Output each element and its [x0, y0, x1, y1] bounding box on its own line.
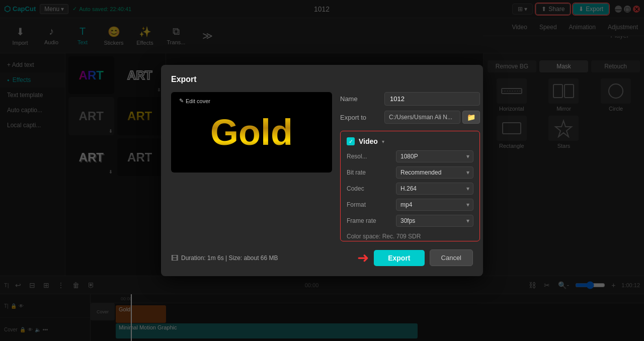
- export-to-label: Export to: [340, 114, 380, 121]
- resolution-select[interactable]: 1080P 720P 4K: [396, 150, 473, 162]
- resolution-select-wrap: 1080P 720P 4K: [396, 150, 473, 162]
- video-section-header: ✓ Video ▾: [347, 137, 473, 145]
- framerate-select-wrap: 30fps 24fps 60fps: [396, 215, 473, 227]
- codec-label: Codec: [347, 185, 392, 192]
- export-modal: Export ✎ Edit cover Gold Name Export to: [161, 65, 483, 276]
- browse-folder-button[interactable]: 📁: [462, 111, 480, 124]
- export-form: Name Export to C:/Users/Usman Ali N... 📁…: [340, 92, 480, 241]
- modal-top: ✎ Edit cover Gold Name Export to C:/User…: [171, 92, 473, 241]
- settings-panel: ✓ Video ▾ Resol... 1080P 720P 4K: [340, 131, 480, 241]
- bitrate-select[interactable]: Recommended Low High: [396, 166, 473, 179]
- preview-box: ✎ Edit cover Gold: [171, 92, 332, 173]
- resolution-row: Resol... 1080P 720P 4K: [347, 150, 473, 162]
- path-selector: C:/Users/Usman Ali N... 📁: [384, 111, 480, 124]
- bitrate-select-wrap: Recommended Low High: [396, 166, 473, 179]
- modal-bottom: 🎞 Duration: 1m 6s | Size: about 66 MB ➜ …: [171, 249, 473, 266]
- bitrate-label: Bit rate: [347, 169, 392, 176]
- modal-overlay: Export ✎ Edit cover Gold Name Export to: [0, 0, 644, 341]
- film-icon: 🎞: [171, 254, 178, 262]
- name-row: Name: [340, 92, 480, 106]
- name-input[interactable]: [384, 92, 480, 106]
- modal-title: Export: [171, 75, 473, 84]
- video-section-arrow: ▾: [382, 139, 384, 144]
- framerate-row: Frame rate 30fps 24fps 60fps: [347, 215, 473, 227]
- format-label: Format: [347, 201, 392, 208]
- colorspace-row: Color space: Rec. 709 SDR: [347, 231, 473, 241]
- duration-info: 🎞 Duration: 1m 6s | Size: about 66 MB: [171, 254, 278, 262]
- format-row: Format mp4 mov webm: [347, 199, 473, 211]
- colorspace-text: Color space: Rec. 709 SDR: [347, 231, 421, 241]
- framerate-label: Frame rate: [347, 217, 392, 224]
- export-action-button[interactable]: Export: [374, 250, 424, 266]
- video-checkbox[interactable]: ✓: [347, 137, 355, 145]
- format-select-wrap: mp4 mov webm: [396, 199, 473, 211]
- preview-text: Gold: [210, 112, 293, 153]
- duration-text: Duration: 1m 6s | Size: about 66 MB: [181, 254, 278, 262]
- cancel-action-button[interactable]: Cancel: [430, 249, 473, 266]
- resolution-label: Resol...: [347, 153, 392, 160]
- bitrate-row: Bit rate Recommended Low High: [347, 166, 473, 179]
- export-path-display: C:/Users/Usman Ali N...: [384, 111, 460, 124]
- codec-select[interactable]: H.264 H.265: [396, 183, 473, 195]
- framerate-select[interactable]: 30fps 24fps 60fps: [396, 215, 473, 227]
- codec-row: Codec H.264 H.265: [347, 183, 473, 195]
- pencil-icon: ✎: [179, 98, 184, 104]
- format-select[interactable]: mp4 mov webm: [396, 199, 473, 211]
- export-to-row: Export to C:/Users/Usman Ali N... 📁: [340, 111, 480, 124]
- modal-actions: ➜ Export Cancel: [357, 249, 473, 266]
- name-label: Name: [340, 95, 380, 103]
- arrow-indicator: ➜: [357, 249, 369, 266]
- video-section-title: Video: [359, 137, 378, 145]
- codec-select-wrap: H.264 H.265: [396, 183, 473, 195]
- edit-cover-button[interactable]: ✎ Edit cover: [175, 96, 214, 106]
